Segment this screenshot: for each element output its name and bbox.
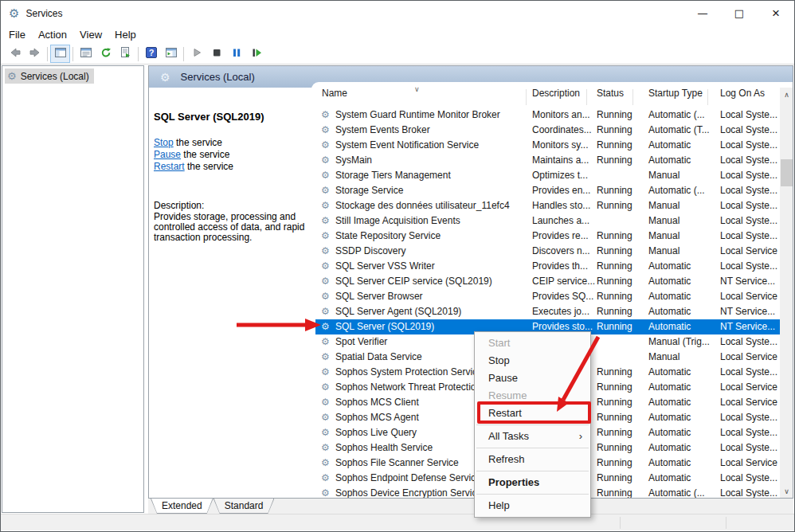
back-icon	[9, 46, 22, 62]
service-startup-type: Automatic	[648, 471, 691, 486]
stop-service-button[interactable]	[206, 45, 226, 63]
column-header-status[interactable]: Status	[597, 88, 624, 106]
service-row[interactable]: ⚙ SysMain Maintains a... Running Automat…	[315, 153, 780, 168]
service-row[interactable]: ⚙ SQL Server Browser Provides SQ... Runn…	[315, 289, 780, 304]
service-name: SQL Server Agent (SQL2019)	[335, 304, 461, 319]
show-console-tree-button[interactable]	[50, 45, 70, 63]
tab-standard[interactable]: Standard	[213, 499, 275, 514]
service-description: Provides re...	[532, 229, 589, 244]
service-row[interactable]: ⚙ State Repository Service Provides re..…	[315, 229, 780, 244]
tab-extended[interactable]: Extended	[151, 499, 213, 514]
scroll-up-icon[interactable]: ∧	[780, 88, 793, 101]
service-log-on-as: Local Syste...	[720, 108, 777, 123]
service-startup-type: Automatic	[648, 259, 691, 274]
service-status: Running	[597, 440, 632, 456]
service-status: Running	[597, 274, 632, 289]
context-menu-separator	[476, 471, 589, 471]
service-status: Running	[597, 123, 632, 138]
menubar-item[interactable]: File	[2, 29, 32, 41]
properties-toolbar-button[interactable]	[76, 45, 96, 63]
help-icon: ?	[145, 46, 158, 62]
menubar-item[interactable]: Help	[108, 29, 143, 41]
tree-item-services-local[interactable]: ⚙ Services (Local)	[5, 68, 94, 84]
service-log-on-as: Local Service	[720, 244, 777, 259]
service-status: Running	[597, 486, 632, 499]
refresh-icon	[100, 46, 112, 62]
context-menu-item-resume[interactable]: Resume	[475, 387, 590, 405]
service-row[interactable]: ⚙ SQL Server VSS Writer Provides th... R…	[315, 259, 780, 274]
maximize-button[interactable]: □	[721, 1, 758, 25]
service-row[interactable]: ⚙ Still Image Acquisition Events Launche…	[315, 213, 780, 229]
service-name: Spatial Data Service	[335, 350, 422, 365]
context-menu-item-label: Refresh	[488, 453, 525, 465]
service-log-on-as: NT Service...	[720, 319, 775, 334]
service-row[interactable]: ⚙ SQL Server CEIP service (SQL2019) CEIP…	[315, 274, 780, 289]
service-status: Running	[597, 410, 632, 425]
service-row[interactable]: ⚙ System Event Notification Service Moni…	[315, 138, 780, 153]
service-status: Running	[597, 229, 632, 244]
properties-icon	[80, 46, 92, 62]
close-button[interactable]: ×	[758, 1, 794, 25]
context-menu-item-start[interactable]: Start	[475, 334, 590, 352]
context-menu-item-label: Stop	[488, 354, 510, 366]
minimize-button[interactable]: —	[684, 1, 721, 25]
service-row[interactable]: ⚙ Storage Tiers Management Optimizes t..…	[315, 168, 780, 183]
description-label: Description:	[154, 200, 204, 211]
start-service-icon	[190, 46, 203, 62]
menubar-item[interactable]: View	[73, 29, 108, 41]
restart-service-suffix: the service	[185, 161, 233, 172]
service-row[interactable]: ⚙ System Guard Runtime Monitor Broker Mo…	[315, 108, 780, 123]
service-gear-icon: ⚙	[321, 425, 330, 440]
pause-service-line: Pause the service	[154, 149, 233, 161]
help-button[interactable]: ?	[141, 45, 161, 63]
context-menu-item-stop[interactable]: Stop	[475, 352, 590, 370]
service-name: Storage Tiers Management	[335, 168, 451, 183]
context-menu-item-properties[interactable]: Properties	[475, 474, 590, 491]
list-scrollbar[interactable]: ∧ ∨	[780, 88, 793, 498]
scroll-down-icon[interactable]: ∨	[780, 484, 793, 498]
service-row[interactable]: ⚙ SQL Server Agent (SQL2019) Executes jo…	[315, 304, 780, 319]
service-row[interactable]: ⚙ SSDP Discovery Discovers n... Running …	[315, 244, 780, 259]
service-gear-icon: ⚙	[321, 350, 330, 365]
service-startup-type: Automatic	[648, 153, 691, 168]
restart-service-line: Restart the service	[154, 161, 233, 173]
column-header-startup-type[interactable]: Startup Type	[648, 88, 703, 106]
pause-service-link[interactable]: Pause	[154, 149, 181, 160]
column-header-name[interactable]: Name	[322, 88, 347, 106]
context-menu-item-help[interactable]: Help	[475, 497, 590, 514]
column-header-log-on-as[interactable]: Log On As	[720, 88, 765, 106]
show-action-pane-button[interactable]	[161, 45, 181, 63]
service-status: Running	[597, 259, 632, 274]
pause-service-button[interactable]	[226, 45, 246, 63]
service-description: Launches a...	[532, 213, 589, 229]
service-description: Provides th...	[532, 259, 588, 274]
start-service-button[interactable]	[186, 45, 206, 63]
back-button[interactable]	[5, 45, 25, 63]
service-name: SSDP Discovery	[335, 244, 405, 259]
service-row[interactable]: ⚙ System Events Broker Coordinates... Ru…	[315, 123, 780, 138]
context-menu-item-label: All Tasks	[488, 430, 529, 442]
menubar-item[interactable]: Action	[32, 29, 73, 41]
service-gear-icon: ⚙	[321, 456, 330, 471]
context-menu-item-restart[interactable]: Restart	[475, 405, 590, 422]
service-log-on-as: Local Syste...	[720, 471, 777, 486]
scrollbar-thumb[interactable]	[781, 159, 793, 186]
service-startup-type: Automatic	[648, 304, 691, 319]
service-row[interactable]: ⚙ Storage Service Provides en... Running…	[315, 183, 780, 198]
service-name: Stockage des données utilisateur_11efc4	[335, 198, 510, 213]
refresh-button[interactable]	[96, 45, 116, 63]
stop-service-link[interactable]: Stop	[154, 137, 174, 148]
context-menu-item-pause[interactable]: Pause	[475, 370, 590, 387]
context-menu-item-refresh[interactable]: Refresh	[475, 451, 590, 468]
service-log-on-as: Local Syste...	[720, 425, 777, 440]
column-header-description[interactable]: Description	[532, 88, 580, 106]
forward-button[interactable]	[25, 45, 45, 63]
restart-service-link[interactable]: Restart	[154, 161, 185, 172]
service-gear-icon: ⚙	[321, 213, 330, 229]
service-row[interactable]: ⚙ Stockage des données utilisateur_11efc…	[315, 198, 780, 213]
service-startup-type: Manual	[648, 168, 679, 183]
restart-service-button[interactable]	[246, 45, 266, 63]
service-name: Storage Service	[335, 183, 403, 198]
export-list-button[interactable]	[116, 45, 135, 63]
context-menu-item-all-tasks[interactable]: All Tasks ›	[475, 428, 590, 445]
